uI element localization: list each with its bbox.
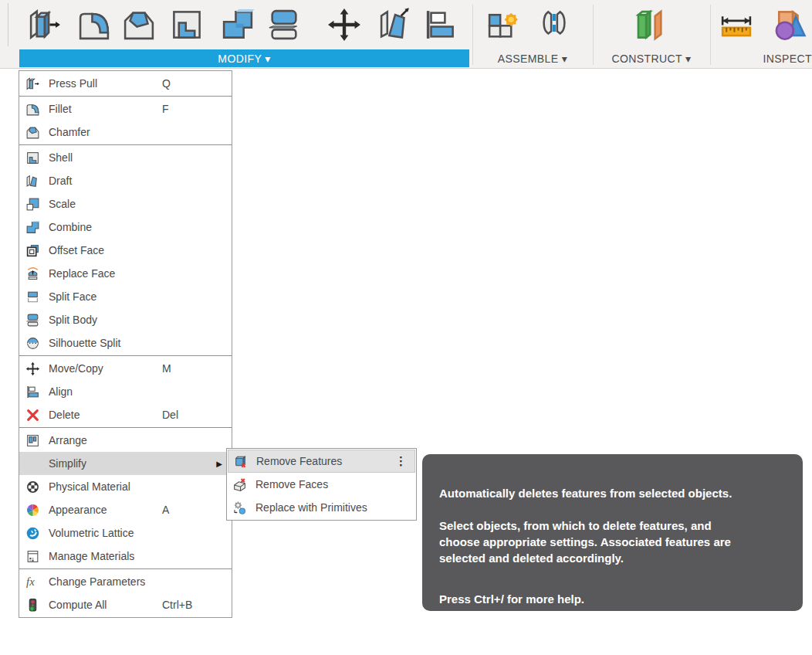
replace-with-primitives-icon [232,500,251,515]
menu-item-label: Arrange [49,434,87,446]
menu-separator [19,427,232,428]
menu-item-change-parameters[interactable]: fx Change Parameters [19,570,232,593]
align-icon [25,384,42,399]
align-button[interactable] [420,4,460,46]
menu-item-label: Offset Face [49,244,104,256]
menu-item-replace-face[interactable]: Replace Face [19,262,232,285]
physical-material-icon [25,479,42,494]
replace-face-icon [25,266,42,281]
delete-icon [25,407,42,423]
construction-plane-button[interactable] [629,4,669,46]
simplify-submenu: Remove Features ⋮ Remove Faces Replace w… [226,448,417,521]
move-copy-button[interactable] [324,4,364,46]
change-parameters-icon: fx [25,574,42,589]
fillet-button[interactable] [74,4,114,46]
overflow-menu-icon[interactable]: ⋮ [395,454,407,468]
menu-item-draft[interactable]: Draft [19,169,232,192]
menu-item-shell[interactable]: Shell [19,146,232,169]
measure-button[interactable] [716,4,756,46]
scale-icon [25,196,42,212]
measure-icon [719,7,754,42]
modify-dropdown-menu: Press Pull Q Fillet F Chamfer Shell Draf… [19,70,232,618]
menu-item-delete[interactable]: Delete Del [19,403,232,426]
press-pull-button[interactable] [25,4,65,46]
menu-item-shortcut: M [162,362,171,375]
menu-item-label: Shell [49,151,73,164]
menu-item-label: Simplify [49,457,86,470]
analysis-button[interactable] [769,4,809,46]
svg-text:fx: fx [26,575,35,588]
combine-icon [25,219,42,235]
submenu-item-remove-features[interactable]: Remove Features ⋮ [228,450,415,473]
silhouette-split-icon [25,335,42,351]
shell-button[interactable] [167,4,207,46]
combine-button[interactable] [218,4,258,46]
align-icon [422,7,458,42]
menu-item-label: Silhouette Split [49,337,120,349]
construct-menu-tab[interactable]: CONSTRUCT ▾ [593,49,710,67]
menu-separator [19,568,232,569]
menu-item-offset-face[interactable]: Offset Face [19,239,232,262]
construct-tab-label: CONSTRUCT ▾ [612,53,692,65]
menu-item-press-pull[interactable]: Press Pull Q [19,72,232,95]
appearance-icon [25,502,42,518]
new-component-icon [486,7,521,42]
command-tooltip: Automatically deletes features from sele… [422,454,803,611]
tooltip-instructions: Select objects, from which to delete fea… [439,518,787,566]
menu-item-split-face[interactable]: Split Face [19,285,232,308]
menu-item-manage-materials[interactable]: Manage Materials [19,545,232,568]
offset-face-icon [25,243,42,258]
menu-item-scale[interactable]: Scale [19,192,232,216]
menu-item-label: Move/Copy [49,362,103,375]
combine-icon [220,7,255,42]
menu-item-move-copy[interactable]: Move/Copy M [19,357,232,380]
menu-item-split-body[interactable]: Split Body [19,308,232,331]
split-body-icon [25,312,42,328]
press-pull-icon [25,76,42,91]
menu-separator [19,96,232,97]
menu-separator [19,355,232,356]
inspect-menu-tab[interactable]: INSPECT [710,49,812,67]
menu-separator [19,144,232,145]
remove-features-icon [233,453,252,469]
compute-all-icon [25,597,42,613]
chamfer-button[interactable] [119,4,159,46]
assemble-menu-tab[interactable]: ASSEMBLE ▾ [472,49,593,67]
menu-item-simplify[interactable]: Simplify ▶ [19,452,232,475]
menu-item-label: Compute All [49,599,107,611]
modify-menu-tab[interactable]: MODIFY ▾ [19,49,469,67]
press-pull-icon [27,7,63,42]
menu-item-label: Fillet [49,103,72,115]
split-body-button[interactable] [264,4,304,46]
menu-item-label: Change Parameters [49,575,145,588]
fillet-icon [76,7,112,42]
move-copy-icon [326,7,362,42]
menu-item-compute-all[interactable]: Compute All Ctrl+B [19,593,232,616]
menu-item-shortcut: Q [162,77,171,90]
volumetric-lattice-icon [25,525,42,541]
modify-tab-label: MODIFY ▾ [218,53,270,65]
menu-item-align[interactable]: Align [19,380,232,403]
menu-item-label: Split Face [49,290,96,303]
joint-button[interactable] [534,4,574,46]
new-component-button[interactable] [483,4,523,46]
remove-faces-icon [232,477,251,492]
draft-button[interactable] [375,4,415,46]
menu-item-silhouette-split[interactable]: Silhouette Split [19,331,232,355]
draft-icon [377,7,413,42]
menu-item-appearance[interactable]: Appearance A [19,498,232,521]
chamfer-icon [121,7,157,42]
menu-item-label: Combine [49,221,92,233]
menu-item-physical-material[interactable]: Physical Material [19,475,232,498]
menu-item-combine[interactable]: Combine [19,216,232,239]
menu-item-label: Delete [49,409,80,421]
fillet-icon [25,101,42,117]
menu-item-chamfer[interactable]: Chamfer [19,120,232,144]
menu-item-arrange[interactable]: Arrange [19,429,232,452]
menu-item-volumetric-lattice[interactable]: Volumetric Lattice [19,521,232,545]
submenu-item-remove-faces[interactable]: Remove Faces [228,473,415,496]
submenu-item-replace-with-primitives[interactable]: Replace with Primitives [228,496,415,519]
tooltip-help-hint: Press Ctrl+/ for more help. [439,591,787,607]
menu-item-shortcut: Ctrl+B [162,599,192,611]
menu-item-fillet[interactable]: Fillet F [19,97,232,120]
